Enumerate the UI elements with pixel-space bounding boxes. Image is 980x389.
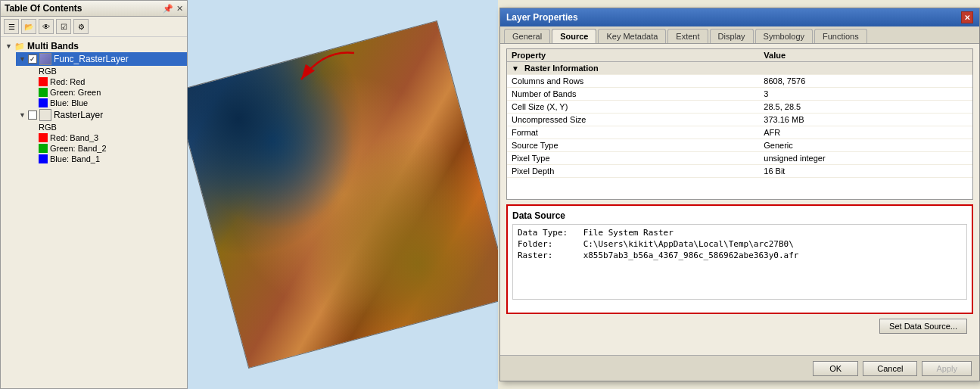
raster-band-blue: Blue: Band_1 [37,154,187,164]
toc-item-func-rasterlayer[interactable]: ▼ Func_RasterLayer [16,52,187,66]
tab-source[interactable]: Source [552,29,596,43]
toc-panel: Table Of Contents 📌 ✕ ☰ 📂 👁 ☑ ⚙ ▼ 📁 Mult… [0,0,188,389]
raster-info-section-header: ▼ Raster Information [507,62,972,75]
tab-symbology[interactable]: Symbology [755,29,813,43]
val-columns-rows: 8608, 7576 [759,75,972,88]
func-green-label: Green: Green [50,88,101,97]
selection-view-button[interactable]: ☑ [56,19,71,34]
val-format: AFR [759,126,972,139]
val-uncompressed-size: 373.16 MB [759,114,972,126]
raster-layer-icon2 [39,109,51,121]
layer-checkbox-raster[interactable] [28,110,37,120]
blue-color-swatch [39,98,48,107]
toc-title: Table Of Contents [5,3,82,14]
raster-rgb-label-item: RGB [37,122,187,132]
visibility-view-button[interactable]: 👁 [39,19,54,34]
apply-button[interactable]: Apply [922,361,972,376]
dialog-body: Property Value ▼ Raster Information Colu… [500,44,979,363]
tab-key-metadata[interactable]: Key Metadata [598,29,666,43]
green-color-swatch2 [39,144,48,153]
val-cell-size: 28.5, 28.5 [759,101,972,114]
table-row: Source Type Generic [507,139,972,152]
property-col-header: Property [507,49,759,62]
func-band-blue: Blue: Blue [37,98,187,108]
func-band-red: Red: Red [37,76,187,87]
layer-checkbox-func[interactable] [28,54,37,64]
section-toggle-icon[interactable]: ▼ [512,64,519,73]
pin-icon[interactable]: 📌 [163,4,173,14]
ds-field-value-raster: x855b7ab3_b56a_4367_986c_586962abe363y0.… [583,251,799,260]
rasterlayer-sub: RGB Red: Band_3 Green: Band_2 Blue: Band… [16,122,187,164]
raster-band-red: Red: Band_3 [37,132,187,143]
data-source-label: Data Source [512,210,967,221]
prop-num-bands: Number of Bands [507,88,759,101]
ds-field-raster: Raster: x855b7ab3_b56a_4367_986c_586962a… [518,251,962,260]
toc-titlebar: Table Of Contents 📌 ✕ [1,1,187,17]
group-label-multibands: Multi Bands [27,41,79,51]
val-num-bands: 3 [759,88,972,101]
dialog-footer: OK Cancel Apply [500,355,979,381]
prop-columns-rows: Columns and Rows [507,75,759,88]
properties-table-container[interactable]: Property Value ▼ Raster Information Colu… [506,48,973,200]
raster-info-label: ▼ Raster Information [507,62,972,75]
ds-field-label-folder: Folder: [518,239,578,249]
table-row: Columns and Rows 8608, 7576 [507,75,972,88]
arrow-overlay [286,42,384,102]
prop-pixel-depth: Pixel Depth [507,165,759,178]
func-rgb-label-item: RGB [37,66,187,76]
map-area [188,0,498,389]
value-col-header: Value [759,49,972,62]
ok-button[interactable]: OK [813,361,858,376]
list-view-button[interactable]: ☰ [4,19,19,34]
raster-red-label: Red: Band_3 [50,133,98,142]
raster-green-label: Green: Band_2 [50,144,107,153]
val-source-type: Generic [759,139,972,152]
table-row: Cell Size (X, Y) 28.5, 28.5 [507,101,972,114]
rasterlayer-label: RasterLayer [54,110,103,120]
set-data-source-button[interactable]: Set Data Source... [879,319,967,334]
table-row: Number of Bands 3 [507,88,972,101]
raster-blue-label: Blue: Band_1 [50,154,100,163]
prop-source-type: Source Type [507,139,759,152]
map-background[interactable] [188,0,498,389]
raster-rgb-label: RGB [39,123,57,132]
red-color-swatch [39,77,48,86]
func-rgb-label: RGB [39,67,57,76]
raster-layer-icon [39,53,51,65]
ds-field-value-folder: C:\Users\kikit\AppData\Local\Temp\arc27B… [583,239,794,249]
cancel-button[interactable]: Cancel [863,361,917,376]
source-view-button[interactable]: 📂 [21,19,36,34]
expand-arrow-raster-icon: ▼ [19,111,26,119]
red-color-swatch2 [39,133,48,142]
tab-functions[interactable]: Functions [814,29,867,43]
dialog-tabs: General Source Key Metadata Extent Displ… [500,26,979,44]
val-pixel-type: unsigned integer [759,152,972,165]
close-icon[interactable]: ✕ [176,4,183,14]
raster-info-text: Raster Information [524,64,599,73]
toc-group-multibands: ▼ 📁 Multi Bands ▼ Func_RasterLayer RGB [1,40,187,164]
table-row: Pixel Depth 16 Bit [507,165,972,178]
func-band-green: Green: Green [37,87,187,98]
data-source-content: Data Type: File System Raster Folder: C:… [512,224,967,300]
raster-band-green: Green: Band_2 [37,143,187,154]
dialog-close-button[interactable]: ✕ [961,11,973,23]
prop-uncompressed-size: Uncompressed Size [507,114,759,126]
val-pixel-depth: 16 Bit [759,165,972,178]
ds-field-label-datatype: Data Type: [518,228,578,238]
properties-table: Property Value ▼ Raster Information Colu… [507,49,972,178]
tab-display[interactable]: Display [710,29,754,43]
ds-field-datatype: Data Type: File System Raster [518,228,962,238]
ds-field-value-datatype: File System Raster [583,228,674,238]
data-source-section: Data Source Data Type: File System Raste… [506,204,973,314]
options-button[interactable]: ⚙ [73,19,89,34]
func-rasterlayer-sub: RGB Red: Red Green: Green Blue: Blue [16,66,187,108]
toc-group-header-multibands[interactable]: ▼ 📁 Multi Bands [4,40,187,52]
ds-field-label-raster: Raster: [518,251,578,260]
tab-extent[interactable]: Extent [667,29,708,43]
toc-item-rasterlayer[interactable]: ▼ RasterLayer [16,108,187,122]
tab-general[interactable]: General [504,29,550,43]
prop-pixel-type: Pixel Type [507,152,759,165]
toc-toolbar: ☰ 📂 👁 ☑ ⚙ [1,17,187,37]
expand-arrow-icon: ▼ [5,42,12,50]
table-row: Pixel Type unsigned integer [507,152,972,165]
